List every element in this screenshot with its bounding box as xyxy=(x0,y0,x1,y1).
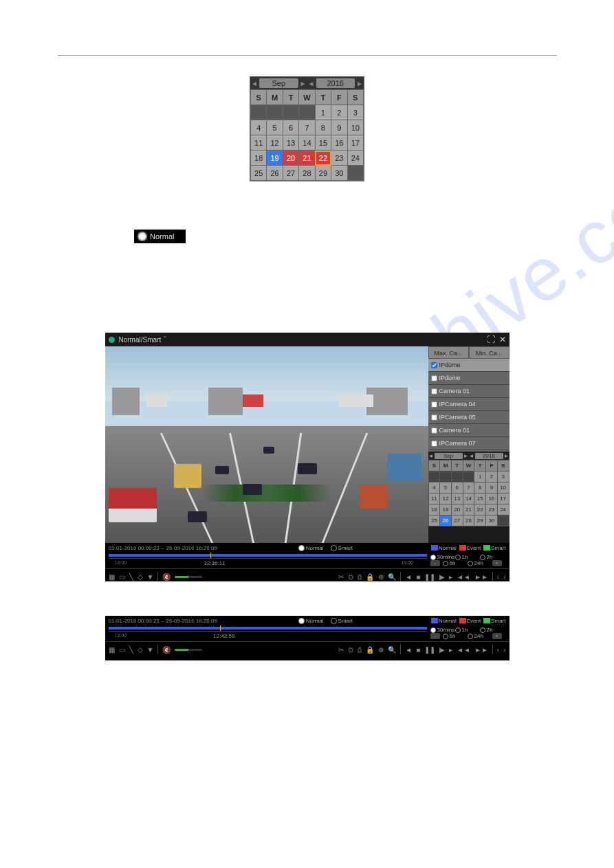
add-icon[interactable]: ⊕ xyxy=(378,646,384,654)
year-label[interactable]: 2016 xyxy=(475,453,503,459)
lock-icon[interactable]: 🔒 xyxy=(366,573,374,581)
camera-checkbox[interactable] xyxy=(431,362,437,368)
dur-2h[interactable]: 2h xyxy=(480,554,505,560)
zoom-in-button[interactable]: + xyxy=(492,633,502,639)
prev-icon[interactable]: ◄ xyxy=(405,646,412,654)
calendar-day[interactable] xyxy=(299,105,315,120)
camera-checkbox[interactable] xyxy=(431,427,437,434)
calendar-day[interactable]: 13 xyxy=(451,493,463,504)
calendar-day[interactable]: 16 xyxy=(486,493,498,504)
calendar-day[interactable] xyxy=(440,471,452,482)
calendar-day[interactable]: 23 xyxy=(486,504,498,515)
dur-1h[interactable]: 1h xyxy=(455,554,480,560)
calendar-day[interactable]: 30 xyxy=(331,166,347,181)
calendar-day[interactable]: 13 xyxy=(283,135,298,151)
next-month-icon[interactable]: ► xyxy=(463,453,469,459)
dur-2h[interactable]: 2h xyxy=(480,627,505,633)
lock-icon[interactable]: 🔒 xyxy=(366,646,374,654)
calendar-day[interactable]: 5 xyxy=(440,482,452,493)
calendar-day[interactable]: 10 xyxy=(497,482,509,493)
forward-icon[interactable]: ►► xyxy=(474,573,488,581)
calendar-day[interactable]: 7 xyxy=(463,482,474,493)
volume-slider[interactable] xyxy=(175,649,202,651)
calendar-day[interactable] xyxy=(428,471,440,482)
layout-icon[interactable]: ▦ xyxy=(109,646,115,654)
filter-icon[interactable]: ▼ xyxy=(147,573,154,581)
calendar-day[interactable]: 1 xyxy=(315,105,331,120)
layout-icon[interactable]: ▦ xyxy=(109,573,115,581)
dur-30mins[interactable]: 30mins xyxy=(430,554,455,560)
add-icon[interactable]: ⊕ xyxy=(378,573,384,581)
calendar-day[interactable]: 8 xyxy=(315,120,331,135)
prev-month-icon[interactable]: ◄ xyxy=(428,453,434,459)
camera-checkbox[interactable] xyxy=(431,375,437,381)
rewind-icon[interactable]: ◄◄ xyxy=(457,646,470,654)
calendar-day[interactable]: 19 xyxy=(267,151,283,166)
close-icon[interactable]: ✕ xyxy=(499,335,506,344)
prev-file-icon[interactable]: ‹ xyxy=(497,646,499,654)
calendar-day[interactable]: 19 xyxy=(440,504,452,515)
zoom-out-button[interactable]: - xyxy=(430,633,440,639)
calendar-day[interactable]: 3 xyxy=(347,105,363,120)
year-label[interactable]: 2016 xyxy=(316,78,355,88)
diamond-icon[interactable]: ◇ xyxy=(138,646,143,654)
prev-year-icon[interactable]: ◄ xyxy=(469,453,474,459)
forward-icon[interactable]: ►► xyxy=(474,646,488,654)
prev-icon[interactable]: ◄ xyxy=(405,573,412,581)
tab-min-cam[interactable]: Min. Ca... xyxy=(469,346,509,359)
calendar-day[interactable]: 25 xyxy=(428,515,440,526)
zoom-in-button[interactable]: + xyxy=(492,560,502,566)
camera-item[interactable]: IPCamera 04 xyxy=(428,398,509,411)
calendar-day[interactable]: 1 xyxy=(474,471,486,482)
play-icon[interactable]: ▶ xyxy=(439,646,445,654)
pause-icon[interactable]: ❚❚ xyxy=(424,573,435,581)
calendar-day[interactable]: 16 xyxy=(331,135,347,151)
calendar-day[interactable]: 17 xyxy=(497,493,509,504)
calendar-day[interactable]: 3 xyxy=(497,471,509,482)
rect-icon[interactable]: ▭ xyxy=(119,646,125,654)
clip-icon[interactable]: ✂ xyxy=(338,646,344,654)
calendar-day[interactable] xyxy=(463,471,474,482)
line-icon[interactable]: ╲ xyxy=(129,646,133,654)
next-year-icon[interactable]: ► xyxy=(504,453,509,459)
stop-icon[interactable]: ■ xyxy=(416,573,420,581)
calendar-day[interactable]: 25 xyxy=(251,166,267,181)
calendar-day[interactable]: 28 xyxy=(299,166,315,181)
speed-icon[interactable]: ▸ xyxy=(449,573,452,581)
calendar-day[interactable]: 24 xyxy=(497,504,509,515)
normal-mode-button[interactable]: Normal xyxy=(134,230,186,243)
stop-icon[interactable]: ■ xyxy=(416,646,420,654)
calendar-day[interactable]: 15 xyxy=(315,135,331,151)
tag-icon[interactable]: ⎙ xyxy=(358,573,362,581)
calendar-day[interactable]: 29 xyxy=(315,166,331,181)
calendar-day[interactable]: 24 xyxy=(347,151,363,166)
calendar-day[interactable]: 10 xyxy=(347,120,363,135)
cam-icon[interactable]: ⊙ xyxy=(348,573,353,581)
next-year-icon[interactable]: ► xyxy=(355,80,364,87)
camera-item[interactable]: Camera 01 xyxy=(428,385,509,398)
calendar-day[interactable]: 14 xyxy=(463,493,474,504)
calendar-day[interactable]: 2 xyxy=(331,105,347,120)
tab-max-cam[interactable]: Max. Ca... xyxy=(428,346,469,359)
camera-checkbox[interactable] xyxy=(431,388,437,394)
calendar-day[interactable]: 4 xyxy=(428,482,440,493)
calendar-day[interactable]: 28 xyxy=(463,515,474,526)
calendar-day[interactable]: 21 xyxy=(299,151,315,166)
month-label[interactable]: Sep xyxy=(259,78,298,88)
line-icon[interactable]: ╲ xyxy=(129,573,133,581)
normal-radio[interactable]: Normal xyxy=(298,618,324,624)
camera-item[interactable]: IPdome xyxy=(428,359,509,372)
zoom-icon[interactable]: 🔍 xyxy=(388,646,396,654)
calendar-day[interactable]: 4 xyxy=(251,120,267,135)
calendar-day[interactable]: 18 xyxy=(251,151,267,166)
calendar-day[interactable] xyxy=(283,105,298,120)
clip-icon[interactable]: ✂ xyxy=(338,573,344,581)
pause-icon[interactable]: ❚❚ xyxy=(424,646,435,654)
zoom-out-button[interactable]: - xyxy=(430,560,440,566)
dur-1h[interactable]: 1h xyxy=(455,627,480,633)
calendar-day[interactable]: 23 xyxy=(331,151,347,166)
dur-24h[interactable]: 24h xyxy=(468,560,492,566)
dur-6h[interactable]: 6h xyxy=(443,560,468,566)
dur-30mins[interactable]: 30mins xyxy=(430,627,455,633)
calendar-day[interactable]: 21 xyxy=(463,504,474,515)
